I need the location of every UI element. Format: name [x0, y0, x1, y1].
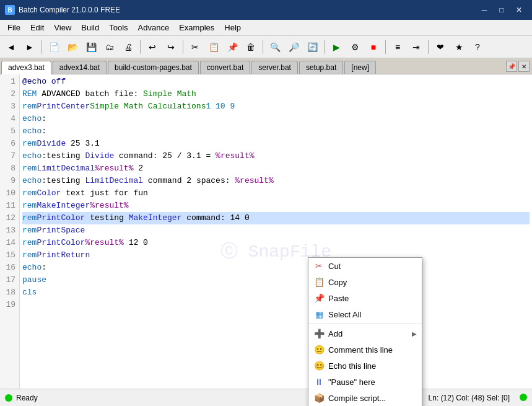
line-num-14: 14 — [0, 237, 19, 249]
undo-button[interactable]: ↩ — [144, 38, 161, 56]
comment-line-label: Comment this line — [328, 345, 417, 355]
paste-label: Paste — [328, 294, 417, 303]
delete-button[interactable]: 🗑 — [242, 38, 259, 56]
code-line-10[interactable]: rem Color text just for fun — [22, 187, 530, 200]
menu-edit[interactable]: Edit — [25, 20, 49, 35]
code-line-1[interactable]: @echo off — [22, 76, 530, 88]
tab-5[interactable]: setup.bat — [299, 61, 343, 74]
menu-view[interactable]: View — [49, 20, 76, 35]
ready-text: Ready — [16, 394, 38, 402]
close-button[interactable]: ✕ — [511, 4, 527, 16]
compile-button[interactable]: ⚙ — [346, 38, 364, 56]
redo-button[interactable]: ↪ — [162, 38, 180, 56]
code-line-12[interactable]: rem PrintColor testing MakeInteger comma… — [22, 212, 530, 224]
option-btn[interactable]: ★ — [450, 38, 468, 56]
minimize-button[interactable]: ─ — [476, 4, 492, 16]
tab-4[interactable]: server.bat — [251, 61, 298, 74]
cut-label: Cut — [328, 262, 417, 271]
context-menu: ✂Cut📋Copy📌Paste▦Select All➕Add▶😐Comment … — [308, 257, 422, 406]
select-all-label: Select All — [328, 310, 417, 319]
line-num-16: 16 — [0, 262, 19, 274]
position-indicator: Ln: (12) Col: (48) Sel: [0] — [429, 394, 510, 402]
code-area[interactable]: ⓒ SnapFile@echo offREM ADVANCED batch fi… — [20, 74, 532, 389]
cm-item-pause-here[interactable]: ⏸"Pause" here — [308, 374, 422, 390]
save-button[interactable]: 💾 — [82, 38, 100, 56]
compile-icon: 📦 — [313, 392, 325, 404]
cm-item-paste[interactable]: 📌Paste — [308, 290, 422, 306]
code-line-6[interactable]: rem Divide 25 3.1 — [22, 138, 530, 150]
tab-3[interactable]: convert.bat — [200, 61, 250, 74]
code-line-18[interactable]: cls — [22, 286, 530, 299]
back-button[interactable]: ◄ — [2, 38, 20, 56]
forward-button[interactable]: ► — [21, 38, 38, 56]
menu-help[interactable]: Help — [219, 20, 246, 35]
code-line-14[interactable]: rem PrintColor %result% 12 0 — [22, 237, 530, 249]
code-line-7[interactable]: echo:testing Divide command: 25 / 3.1 = … — [22, 150, 530, 162]
code-line-15[interactable]: rem PrintReturn — [22, 249, 530, 262]
find-replace-button[interactable]: 🔄 — [303, 38, 321, 56]
cm-item-add[interactable]: ➕Add▶ — [308, 325, 422, 342]
tab-controls: 📌✕ — [506, 61, 530, 72]
status-left: Ready — [5, 394, 355, 402]
find-button[interactable]: 🔍 — [266, 38, 284, 56]
cm-item-comment-line[interactable]: 😐Comment this line — [308, 342, 422, 358]
code-line-11[interactable]: rem MakeInteger %result% — [22, 200, 530, 212]
stop-button[interactable]: ■ — [365, 38, 382, 56]
window-title: Batch Compiler 21.0.0.0 FREE — [19, 6, 473, 14]
menu-bar: FileEditViewBuildToolsAdvanceExamplesHel… — [0, 20, 532, 36]
tab-6[interactable]: [new] — [344, 61, 376, 74]
code-line-4[interactable]: echo: — [22, 113, 530, 125]
format-button[interactable]: ≡ — [389, 38, 406, 56]
code-line-16[interactable]: echo: — [22, 262, 530, 274]
code-line-19[interactable] — [22, 299, 530, 311]
new-button[interactable]: 📄 — [45, 38, 63, 56]
line-numbers: 12345678910111213141516171819 — [0, 74, 20, 389]
help-btn[interactable]: ? — [469, 38, 486, 56]
maximize-button[interactable]: □ — [494, 4, 510, 16]
submenu-arrow: ▶ — [412, 330, 417, 337]
paste-icon: 📌 — [313, 293, 325, 304]
line-num-11: 11 — [0, 200, 19, 212]
menu-build[interactable]: Build — [76, 20, 104, 35]
pin-tab[interactable]: 📌 — [506, 61, 517, 72]
tab-1[interactable]: advex14.bat — [53, 61, 107, 74]
save-all-button[interactable]: 🗂 — [101, 38, 118, 56]
copy-button[interactable]: 📋 — [205, 38, 222, 56]
line-num-6: 6 — [0, 138, 19, 150]
menu-advance[interactable]: Advance — [133, 20, 175, 35]
code-line-17[interactable]: pause — [22, 274, 530, 286]
code-line-13[interactable]: rem PrintSpace — [22, 224, 530, 237]
code-line-8[interactable]: rem LimitDecimal %result% 2 — [22, 162, 530, 175]
paste-button[interactable]: 📌 — [224, 38, 241, 56]
cm-item-copy[interactable]: 📋Copy — [308, 274, 422, 290]
find-next-button[interactable]: 🔎 — [285, 38, 302, 56]
close-tab[interactable]: ✕ — [518, 61, 530, 72]
run-button[interactable]: ▶ — [328, 38, 345, 56]
bookmark-btn[interactable]: ❤ — [432, 38, 449, 56]
cm-item-echo-line[interactable]: 😊Echo this line — [308, 358, 422, 374]
cut-button[interactable]: ✂ — [186, 38, 204, 56]
line-num-3: 3 — [0, 100, 19, 113]
toolbar: ◄ ► 📄 📂 💾 🗂 🖨 ↩ ↪ ✂ 📋 📌 🗑 🔍 🔎 🔄 ▶ ⚙ ■ ≡ … — [0, 36, 532, 58]
tab-0[interactable]: advex3.bat — [1, 61, 51, 74]
menu-examples[interactable]: Examples — [174, 20, 219, 35]
line-num-18: 18 — [0, 286, 19, 299]
line-num-2: 2 — [0, 88, 19, 100]
cm-item-cut[interactable]: ✂Cut — [308, 258, 422, 274]
cm-item-select-all[interactable]: ▦Select All — [308, 306, 422, 322]
menu-file[interactable]: File — [2, 20, 25, 35]
code-line-5[interactable]: echo: — [22, 125, 530, 138]
print-button[interactable]: 🖨 — [120, 38, 137, 56]
cm-item-compile[interactable]: 📦Compile script... — [308, 390, 422, 406]
comment-line-icon: 😐 — [313, 344, 325, 355]
indent-button[interactable]: ⇥ — [408, 38, 425, 56]
open-button[interactable]: 📂 — [64, 38, 81, 56]
line-num-19: 19 — [0, 299, 19, 311]
code-line-9[interactable]: echo:testing LimitDecimal command 2 spac… — [22, 175, 530, 187]
tab-2[interactable]: build-custom-pages.bat — [108, 61, 199, 74]
line-num-9: 9 — [0, 175, 19, 187]
select-all-icon: ▦ — [313, 309, 325, 320]
code-line-3[interactable]: rem PrintCenter Simple Math Calculations… — [22, 100, 530, 113]
code-line-2[interactable]: REM ADVANCED batch file: Simple Math — [22, 88, 530, 100]
menu-tools[interactable]: Tools — [104, 20, 133, 35]
